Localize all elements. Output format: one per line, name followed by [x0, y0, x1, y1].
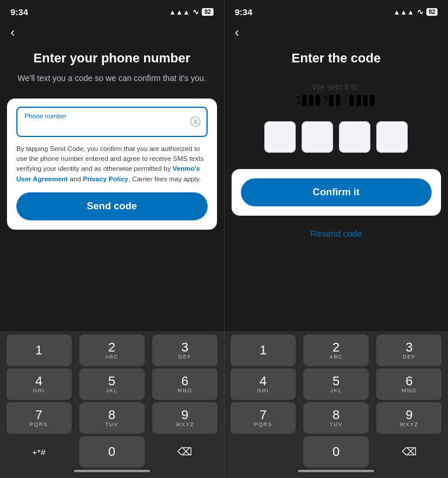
- keyboard-row-1: 1 2ABC 3DEF: [2, 335, 222, 366]
- key-r6[interactable]: 6MNO: [376, 368, 442, 400]
- confirm-modal-card: Confirm it: [232, 169, 442, 216]
- header-right: Enter the code: [225, 45, 449, 82]
- phone-input[interactable]: [24, 121, 200, 131]
- keyboard-row-4: +*# 0 ⌫: [2, 436, 222, 468]
- keyboard-row-r2: 4GHI 5JKL 6MNO: [227, 368, 446, 400]
- key-3[interactable]: 3DEF: [152, 335, 218, 366]
- key-r2[interactable]: 2ABC: [303, 335, 369, 366]
- code-input-boxes: [225, 121, 449, 153]
- keyboard-row-2: 4GHI 5JKL 6MNO: [2, 368, 222, 400]
- battery-left: 82: [202, 8, 213, 16]
- time-right: 9:34: [235, 7, 253, 17]
- code-box-3[interactable]: [339, 121, 370, 153]
- key-6[interactable]: 6MNO: [152, 368, 218, 400]
- key-0[interactable]: 0: [79, 436, 145, 468]
- key-4[interactable]: 4GHI: [6, 368, 72, 400]
- sent-to-label: We sent it to:: [225, 82, 449, 92]
- status-icons-right: ▲▲▲ ∿ 82: [393, 8, 438, 16]
- clear-icon[interactable]: ⓧ: [190, 115, 201, 129]
- battery-right: 82: [426, 8, 438, 16]
- phone-number-screen: 9:34 ▲▲▲ ∿ 82 ‹ Enter your phone number …: [0, 0, 224, 478]
- status-icons-left: ▲▲▲ ∿ 82: [169, 8, 214, 16]
- sent-to-number: 1▊▊▊7▊▊·▊▊▊▊: [225, 95, 449, 106]
- wifi-icon-right: ∿: [417, 8, 424, 16]
- signal-icon-right: ▲▲▲: [393, 8, 414, 16]
- keyboard-row-r1: 1 2ABC 3DEF: [227, 335, 446, 366]
- key-delete[interactable]: ⌫: [152, 436, 218, 468]
- key-5[interactable]: 5JKL: [79, 368, 145, 400]
- key-9[interactable]: 9WXYZ: [152, 402, 218, 434]
- header-left: Enter your phone number We'll text you a…: [0, 45, 224, 94]
- key-8[interactable]: 8TUV: [79, 402, 145, 434]
- key-r7[interactable]: 7PQRS: [230, 402, 296, 434]
- status-bar-left: 9:34 ▲▲▲ ∿ 82: [0, 0, 224, 20]
- status-bar-right: 9:34 ▲▲▲ ∿ 82: [225, 0, 449, 20]
- resend-code-link[interactable]: Resend code: [225, 229, 449, 238]
- key-1[interactable]: 1: [6, 335, 72, 366]
- back-button-right[interactable]: ‹: [225, 20, 449, 45]
- keyboard-row-r4: 0 ⌫: [227, 436, 446, 468]
- phone-input-group[interactable]: Phone number ⓧ: [16, 107, 208, 137]
- key-r1[interactable]: 1: [230, 335, 296, 366]
- phone-modal-card: Phone number ⓧ By tapping Send Code, you…: [7, 99, 217, 230]
- keyboard-left: 1 2ABC 3DEF 4GHI 5JKL 6MNO 7PQRS 8TUV 9W…: [0, 331, 224, 478]
- page-title-left: Enter your phone number: [14, 51, 210, 66]
- home-indicator-right: [298, 470, 374, 472]
- key-7[interactable]: 7PQRS: [6, 402, 72, 434]
- page-subtitle-left: We'll text you a code so we can confirm …: [14, 73, 210, 85]
- phone-input-label: Phone number: [24, 113, 200, 119]
- sent-to-section: We sent it to: 1▊▊▊7▊▊·▊▊▊▊: [225, 82, 449, 115]
- key-symbols[interactable]: +*#: [6, 436, 72, 468]
- keyboard-row-r3: 7PQRS 8TUV 9WXYZ: [227, 402, 446, 434]
- key-r-empty: [230, 436, 296, 468]
- code-box-1[interactable]: [264, 121, 296, 153]
- wifi-icon-left: ∿: [192, 8, 199, 16]
- key-r8[interactable]: 8TUV: [303, 402, 369, 434]
- code-box-2[interactable]: [302, 121, 333, 153]
- key-r-delete[interactable]: ⌫: [376, 436, 442, 468]
- privacy-policy-link[interactable]: Privacy Policy: [83, 175, 128, 182]
- key-r9[interactable]: 9WXYZ: [376, 402, 442, 434]
- keyboard-right: 1 2ABC 3DEF 4GHI 5JKL 6MNO 7PQRS 8TUV 9W…: [225, 331, 449, 478]
- back-button-left[interactable]: ‹: [0, 20, 224, 45]
- signal-icon-left: ▲▲▲: [169, 8, 190, 16]
- confirm-button[interactable]: Confirm it: [241, 178, 432, 206]
- send-code-button[interactable]: Send code: [16, 192, 208, 220]
- key-2[interactable]: 2ABC: [79, 335, 145, 366]
- home-indicator-left: [74, 470, 150, 472]
- enter-code-screen: 9:34 ▲▲▲ ∿ 82 ‹ Enter the code We sent i…: [225, 0, 449, 478]
- key-r5[interactable]: 5JKL: [303, 368, 369, 400]
- key-r4[interactable]: 4GHI: [230, 368, 296, 400]
- time-left: 9:34: [10, 7, 28, 17]
- disclaimer-text: By tapping Send Code, you confirm that y…: [16, 144, 208, 184]
- key-r3[interactable]: 3DEF: [376, 335, 442, 366]
- keyboard-row-3: 7PQRS 8TUV 9WXYZ: [2, 402, 222, 434]
- page-title-right: Enter the code: [239, 51, 435, 66]
- key-r0[interactable]: 0: [303, 436, 369, 468]
- code-box-4[interactable]: [376, 121, 408, 153]
